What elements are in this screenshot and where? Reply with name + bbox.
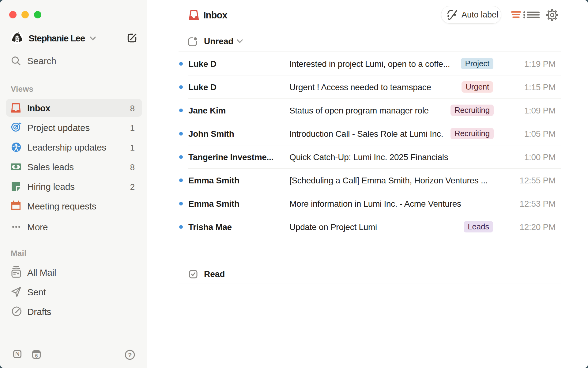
svg-text:6: 6 (35, 353, 38, 358)
svg-text:N: N (15, 351, 20, 357)
svg-text:?: ? (128, 351, 132, 358)
